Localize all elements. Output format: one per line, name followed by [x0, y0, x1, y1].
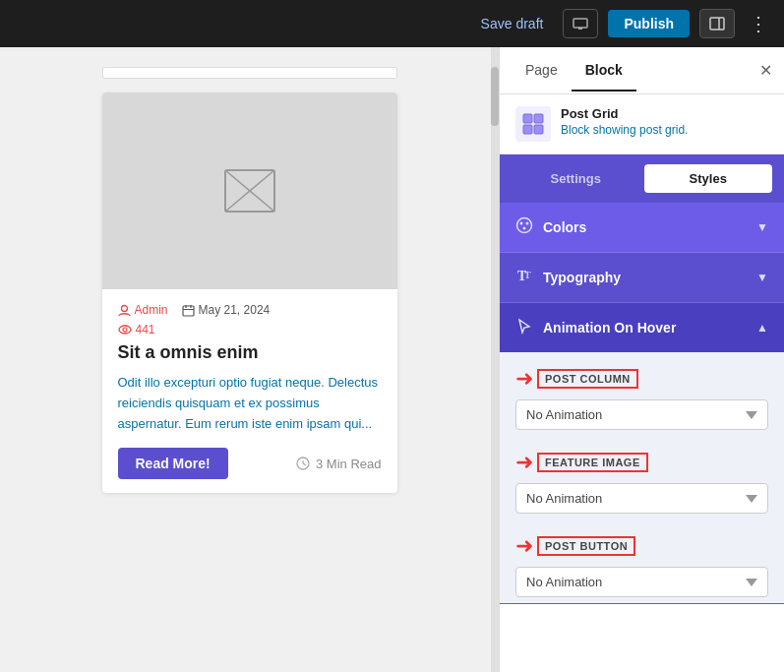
top-bar: Save draft Publish ⋮	[0, 0, 784, 47]
post-button-select[interactable]: No Animation	[515, 567, 768, 597]
block-icon	[515, 106, 551, 142]
svg-point-14	[123, 328, 127, 332]
cursor-icon	[515, 317, 533, 335]
scrollbar-track[interactable]	[491, 47, 499, 672]
post-title: Sit a omnis enim	[118, 342, 382, 363]
views-icon	[118, 325, 132, 335]
image-placeholder-icon	[224, 169, 275, 213]
calendar-icon	[182, 304, 195, 317]
post-excerpt: Odit illo excepturi optio fugiat neque. …	[118, 373, 382, 434]
feature-image-arrow-icon: ➜	[515, 450, 533, 475]
settings-subtab[interactable]: Settings	[512, 164, 640, 193]
animation-accordion-header[interactable]: Animation On Hover ▲	[500, 303, 784, 352]
post-column-group: ➜ POST COLUMN No Animation	[500, 352, 784, 436]
feature-image-label: FEATURE IMAGE	[537, 453, 648, 472]
sidebar-toggle-icon	[709, 17, 725, 31]
colors-label: Colors	[543, 219, 586, 235]
canvas-area: Admin May 21, 2024	[0, 47, 499, 672]
sub-tabs: Settings Styles	[500, 154, 784, 203]
typography-section: T T Typography ▼	[500, 253, 784, 303]
animation-section: Animation On Hover ▲ ➜ POST COLUMN No An…	[500, 303, 784, 604]
post-column-label: POST COLUMN	[537, 369, 638, 389]
scrollbar-thumb[interactable]	[491, 67, 499, 126]
block-info-desc: Block showing post grid.	[561, 123, 688, 137]
views-meta: 441	[118, 323, 382, 336]
post-button-label: POST BUTTON	[537, 536, 635, 556]
top-strip	[102, 67, 397, 79]
svg-rect-20	[523, 125, 532, 134]
date-meta: May 21, 2024	[182, 303, 271, 317]
author-icon	[118, 304, 131, 317]
typography-icon: T T	[515, 267, 533, 288]
feature-image-select[interactable]: No Animation	[515, 483, 768, 514]
svg-point-22	[517, 218, 532, 233]
panel-tabs: Page Block ✕	[500, 47, 784, 94]
author-meta: Admin	[118, 303, 168, 317]
feature-image-label-row: ➜ FEATURE IMAGE	[515, 450, 768, 475]
svg-rect-3	[710, 18, 724, 30]
animation-label: Animation On Hover	[543, 320, 676, 336]
clock-icon	[296, 457, 310, 470]
colors-chevron-icon: ▼	[756, 220, 768, 234]
block-info-title: Post Grid	[561, 106, 688, 121]
panel-close-button[interactable]: ✕	[759, 61, 772, 80]
panel-scroll[interactable]: Colors ▼ T T Typography	[500, 203, 784, 672]
svg-point-8	[121, 305, 127, 311]
type-icon: T T	[515, 267, 533, 284]
svg-point-13	[119, 326, 131, 334]
svg-rect-1	[578, 28, 582, 30]
post-button-group: ➜ POST BUTTON No Animation	[500, 519, 784, 603]
colors-section: Colors ▼	[500, 203, 784, 253]
post-card: Admin May 21, 2024	[102, 92, 397, 493]
typography-chevron-icon: ▼	[756, 271, 768, 284]
svg-rect-19	[534, 114, 543, 123]
post-meta: Admin May 21, 2024	[118, 303, 382, 317]
tab-block[interactable]: Block	[572, 50, 636, 92]
block-info-text: Post Grid Block showing post grid.	[561, 106, 688, 137]
typography-label: Typography	[543, 270, 621, 285]
main-layout: Admin May 21, 2024	[0, 47, 784, 672]
svg-rect-9	[183, 306, 194, 316]
svg-point-25	[523, 227, 526, 230]
read-more-button[interactable]: Read More!	[118, 448, 228, 479]
svg-point-23	[520, 222, 523, 225]
post-button-label-row: ➜ POST BUTTON	[515, 533, 768, 559]
animation-header-left: Animation On Hover	[515, 317, 676, 338]
post-card-image	[102, 92, 397, 289]
palette-icon	[515, 216, 533, 234]
post-column-label-row: ➜ POST COLUMN	[515, 366, 768, 392]
post-column-arrow-icon: ➜	[515, 366, 533, 392]
typography-accordion-header[interactable]: T T Typography ▼	[500, 253, 784, 302]
svg-rect-18	[523, 114, 532, 123]
screen-icon	[573, 18, 588, 30]
styles-subtab[interactable]: Styles	[644, 164, 773, 193]
colors-icon	[515, 216, 533, 238]
post-button-arrow-icon: ➜	[515, 533, 533, 559]
animation-content: ➜ POST COLUMN No Animation ➜ FEATURE IMA…	[500, 352, 784, 603]
post-footer: Read More! 3 Min Read	[118, 448, 382, 479]
animation-icon	[515, 317, 533, 338]
svg-rect-0	[573, 19, 587, 28]
post-grid-icon	[522, 113, 544, 135]
right-panel: Page Block ✕ Post Grid Block showing pos…	[499, 47, 784, 672]
typography-header-left: T T Typography	[515, 267, 621, 288]
svg-point-24	[526, 222, 529, 225]
svg-rect-21	[534, 125, 543, 134]
post-card-body: Admin May 21, 2024	[102, 289, 397, 493]
save-draft-button[interactable]: Save draft	[471, 10, 554, 37]
read-time: 3 Min Read	[296, 457, 381, 471]
feature-image-group: ➜ FEATURE IMAGE No Animation	[500, 436, 784, 519]
block-info: Post Grid Block showing post grid.	[500, 94, 784, 154]
colors-header-left: Colors	[515, 216, 586, 238]
post-column-select[interactable]: No Animation	[515, 399, 768, 430]
svg-line-17	[303, 463, 306, 465]
more-options-button[interactable]: ⋮	[745, 12, 772, 35]
screen-options-button[interactable]	[563, 9, 598, 38]
colors-accordion-header[interactable]: Colors ▼	[500, 203, 784, 252]
svg-text:T: T	[524, 270, 531, 280]
tab-page[interactable]: Page	[512, 50, 572, 92]
animation-chevron-icon: ▲	[756, 321, 768, 335]
toggle-sidebar-button[interactable]	[699, 9, 735, 38]
publish-button[interactable]: Publish	[608, 10, 690, 37]
